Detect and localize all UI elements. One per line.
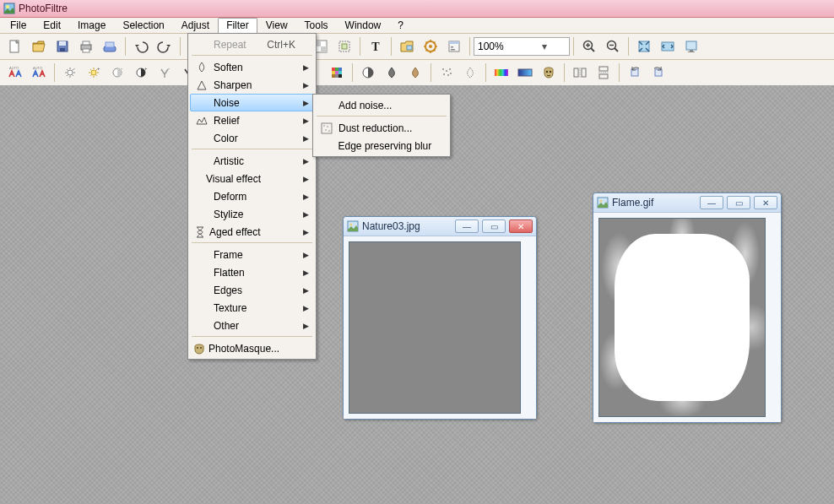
zoom-in-button[interactable] <box>578 35 600 57</box>
filter-deform[interactable]: Deform▶ <box>190 187 314 205</box>
preferences-button[interactable] <box>443 35 465 57</box>
menu-tools[interactable]: Tools <box>296 18 337 34</box>
toolbar-separator <box>360 37 360 56</box>
noise-add-noise[interactable]: Add noise... <box>315 96 448 114</box>
full-screen-button[interactable] <box>680 35 702 57</box>
filter-frame[interactable]: Frame▶ <box>190 246 314 263</box>
filter-noise[interactable]: Noise▶ <box>190 94 314 111</box>
brightness-plus-button[interactable]: + <box>83 62 105 84</box>
sepia-light-button[interactable] <box>404 62 426 84</box>
svg-rect-4 <box>59 41 66 46</box>
svg-rect-45 <box>338 68 342 71</box>
filter-flatten[interactable]: Flatten▶ <box>190 263 314 281</box>
flame-image-canvas[interactable] <box>598 218 766 417</box>
print-button[interactable] <box>75 35 97 57</box>
actual-size-button[interactable] <box>657 35 679 57</box>
menu-edit[interactable]: Edit <box>35 18 69 34</box>
menu-image[interactable]: Image <box>69 18 114 34</box>
toolbar-separator <box>125 37 126 56</box>
menu-window[interactable]: Window <box>337 18 390 34</box>
window-flame-header[interactable]: Flame.gif — ▭ ✕ <box>593 193 781 213</box>
filter-visual-effect[interactable]: Visual effect▶ <box>190 170 314 187</box>
toolbar-separator <box>619 63 620 82</box>
filter-aged-effect[interactable]: Aged effect▶ <box>190 223 314 241</box>
new-button[interactable] <box>4 35 26 57</box>
svg-rect-30 <box>688 51 695 52</box>
svg-point-58 <box>450 73 452 74</box>
auto-levels-button[interactable]: AUTO <box>4 62 26 84</box>
window-nature-header[interactable]: Nature03.jpg — ▭ ✕ <box>344 217 536 236</box>
filter-photomasque[interactable]: PhotoMasque... <box>190 339 314 357</box>
grayscale-button[interactable] <box>357 62 379 84</box>
svg-rect-65 <box>599 67 608 71</box>
menu-selection[interactable]: Selection <box>114 18 172 34</box>
filter-stylize[interactable]: Stylize▶ <box>190 205 314 223</box>
flip-horizontal-button[interactable] <box>569 62 591 84</box>
filter-color[interactable]: Color▶ <box>190 129 314 147</box>
minimize-button[interactable]: — <box>700 196 723 209</box>
filter-sharpen[interactable]: Sharpen▶ <box>190 76 314 94</box>
window-flame[interactable]: Flame.gif — ▭ ✕ <box>593 192 782 423</box>
swatches-button[interactable] <box>326 62 348 84</box>
toolbar-filters: AUTO AUTO - + - + - + <box>0 60 834 86</box>
svg-point-53 <box>442 68 444 70</box>
rotate-left-button[interactable] <box>624 62 646 84</box>
nature-image-canvas[interactable] <box>349 241 521 414</box>
redo-button[interactable] <box>154 35 176 57</box>
filter-repeat[interactable]: Repeat Ctrl+K <box>190 35 314 53</box>
sepia-dark-button[interactable] <box>381 62 403 84</box>
text-button[interactable]: T <box>365 35 387 57</box>
noise-edge-preserving-blur[interactable]: Edge preserving blur <box>315 137 448 154</box>
maximize-button[interactable]: ▭ <box>727 196 750 209</box>
contrast-plus-button[interactable]: + <box>130 62 152 84</box>
antialias-button[interactable] <box>459 62 481 84</box>
photomasque-button[interactable] <box>538 62 560 84</box>
zoom-out-button[interactable] <box>602 35 624 57</box>
svg-point-33 <box>68 70 73 75</box>
filter-edges[interactable]: Edges▶ <box>190 281 314 299</box>
submenu-arrow-icon: ▶ <box>301 134 309 143</box>
brightness-minus-button[interactable]: - <box>59 62 81 84</box>
filter-soften[interactable]: Soften▶ <box>190 58 314 76</box>
filter-artistic[interactable]: Artistic▶ <box>190 152 314 170</box>
toolbar-separator <box>573 37 574 56</box>
explorer-button[interactable] <box>396 35 418 57</box>
gradient-button[interactable] <box>514 62 536 84</box>
hue-button[interactable] <box>490 62 512 84</box>
noise-dust-reduction[interactable]: Dust reduction... <box>315 119 448 137</box>
close-button[interactable]: ✕ <box>754 196 777 209</box>
save-button[interactable] <box>51 35 73 57</box>
app-logo-icon <box>3 3 15 14</box>
flip-vertical-button[interactable] <box>593 62 615 84</box>
rotate-right-button[interactable] <box>647 62 669 84</box>
svg-rect-46 <box>332 71 335 74</box>
filter-other[interactable]: Other▶ <box>190 317 314 334</box>
filter-relief[interactable]: Relief▶ <box>190 111 314 129</box>
menu-view[interactable]: View <box>257 18 296 34</box>
filter-texture[interactable]: Texture▶ <box>190 299 314 317</box>
auto-contrast-button[interactable]: AUTO <box>28 62 50 84</box>
menu-separator <box>192 149 312 150</box>
undo-button[interactable] <box>130 35 152 57</box>
menu-filter[interactable]: Filter <box>218 18 257 33</box>
contrast-minus-button[interactable]: - <box>106 62 128 84</box>
open-button[interactable] <box>28 35 50 57</box>
menu-adjust[interactable]: Adjust <box>173 18 218 34</box>
minimize-button[interactable]: — <box>455 219 479 233</box>
zoom-combo[interactable]: 100% ▾ <box>474 37 570 56</box>
automate-button[interactable] <box>420 35 441 57</box>
menu-help[interactable]: ? <box>389 18 412 34</box>
menu-file[interactable]: File <box>2 18 35 34</box>
scanner-button[interactable] <box>99 35 121 57</box>
svg-rect-22 <box>451 46 453 48</box>
dust-button[interactable] <box>436 62 458 84</box>
image-size-button[interactable] <box>333 35 355 57</box>
window-nature[interactable]: Nature03.jpg — ▭ ✕ <box>343 216 537 420</box>
maximize-button[interactable]: ▭ <box>482 219 506 233</box>
fit-window-button[interactable] <box>633 35 655 57</box>
svg-rect-43 <box>332 68 335 71</box>
svg-point-76 <box>323 125 325 127</box>
title-bar: PhotoFiltre <box>0 0 834 18</box>
gamma-minus-button[interactable]: - <box>154 62 176 84</box>
close-button[interactable]: ✕ <box>509 219 533 233</box>
